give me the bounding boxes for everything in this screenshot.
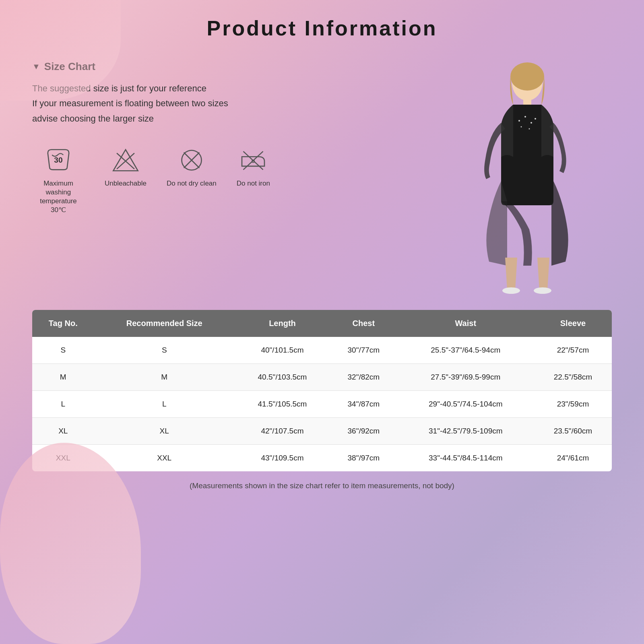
table-cell-r3-c5: 23.5"/60cm	[534, 418, 612, 445]
table-cell-r0-c3: 30"/77cm	[330, 337, 397, 364]
table-cell-r1-c0: M	[32, 364, 94, 391]
table-row: MM40.5"/103.5cm32"/82cm27.5"-39"/69.5-99…	[32, 364, 612, 391]
table-cell-r1-c2: 40.5"/103.5cm	[235, 364, 330, 391]
left-content: ▼ Size Chart The suggested size is just …	[32, 60, 443, 294]
table-cell-r4-c2: 43"/109.5cm	[235, 445, 330, 472]
no-dry-clean-icon	[178, 146, 206, 174]
svg-point-14	[524, 116, 526, 118]
table-cell-r0-c1: S	[94, 337, 235, 364]
svg-point-17	[521, 126, 522, 128]
table-cell-r1-c1: M	[94, 364, 235, 391]
size-chart-line2: If your measurement is floating between …	[32, 96, 427, 111]
col-header-length: Length	[235, 310, 330, 337]
bleach-label: Unbleachable	[105, 179, 147, 188]
table-row: XXLXXL43"/109.5cm38"/97cm33"-44.5"/84.5-…	[32, 445, 612, 472]
no-iron-icon	[239, 146, 267, 174]
table-cell-r4-c3: 38"/97cm	[330, 445, 397, 472]
svg-point-20	[534, 287, 551, 294]
table-cell-r3-c4: 31"-42.5"/79.5-109cm	[397, 418, 534, 445]
care-item-wash: 30 Maximum washing temperature 30℃	[32, 146, 85, 215]
table-row: XLXL42"/107.5cm36"/92cm31"-42.5"/79.5-10…	[32, 418, 612, 445]
table-cell-r2-c3: 34"/87cm	[330, 391, 397, 418]
table-cell-r0-c5: 22"/57cm	[534, 337, 612, 364]
col-header-tag: Tag No.	[32, 310, 94, 337]
iron-label: Do not iron	[237, 179, 270, 188]
col-header-waist: Waist	[397, 310, 534, 337]
svg-text:30: 30	[54, 156, 62, 164]
care-icons: 30 Maximum washing temperature 30℃ Unble…	[32, 146, 427, 215]
model-image	[451, 60, 604, 294]
table-cell-r4-c1: XXL	[94, 445, 235, 472]
no-bleach-icon	[111, 146, 140, 174]
table-cell-r2-c4: 29"-40.5"/74.5-104cm	[397, 391, 534, 418]
care-item-dry-clean: Do not dry clean	[167, 146, 217, 188]
svg-point-19	[502, 287, 520, 294]
table-cell-r2-c5: 23"/59cm	[534, 391, 612, 418]
size-table: Tag No. Recommended Size Length Chest Wa…	[32, 310, 612, 471]
model-figure	[451, 60, 604, 294]
table-cell-r1-c5: 22.5"/58cm	[534, 364, 612, 391]
right-model	[443, 60, 612, 294]
svg-point-11	[510, 62, 544, 91]
col-header-sleeve: Sleeve	[534, 310, 612, 337]
svg-point-16	[535, 118, 536, 120]
table-cell-r0-c0: S	[32, 337, 94, 364]
care-item-bleach: Unbleachable	[105, 146, 147, 188]
table-cell-r3-c3: 36"/92cm	[330, 418, 397, 445]
table-row: LL41.5"/105.5cm34"/87cm29"-40.5"/74.5-10…	[32, 391, 612, 418]
table-cell-r4-c4: 33"-44.5"/84.5-114cm	[397, 445, 534, 472]
svg-point-13	[518, 120, 520, 122]
table-cell-r3-c0: XL	[32, 418, 94, 445]
table-cell-r2-c0: L	[32, 391, 94, 418]
table-cell-r2-c2: 41.5"/105.5cm	[235, 391, 330, 418]
svg-marker-1	[113, 150, 138, 171]
table-cell-r1-c4: 27.5"-39"/69.5-99cm	[397, 364, 534, 391]
table-row: SS40"/101.5cm30"/77cm25.5"-37"/64.5-94cm…	[32, 337, 612, 364]
dry-clean-label: Do not dry clean	[167, 179, 217, 188]
col-header-chest: Chest	[330, 310, 397, 337]
wash-icon: 30	[44, 146, 72, 174]
wash-label: Maximum washing temperature 30℃	[32, 179, 85, 215]
table-cell-r3-c2: 42"/107.5cm	[235, 418, 330, 445]
svg-point-15	[530, 122, 532, 124]
table-cell-r1-c3: 32"/82cm	[330, 364, 397, 391]
care-item-iron: Do not iron	[237, 146, 270, 188]
table-section: Tag No. Recommended Size Length Chest Wa…	[32, 310, 612, 490]
table-cell-r3-c1: XL	[94, 418, 235, 445]
table-cell-r4-c5: 24"/61cm	[534, 445, 612, 472]
table-header-row: Tag No. Recommended Size Length Chest Wa…	[32, 310, 612, 337]
page-wrapper: Product Information ▼ Size Chart The sug…	[0, 0, 644, 644]
size-chart-line3: advise choosing the larger size	[32, 111, 427, 126]
table-cell-r2-c1: L	[94, 391, 235, 418]
table-cell-r0-c2: 40"/101.5cm	[235, 337, 330, 364]
col-header-rec-size: Recommended Size	[94, 310, 235, 337]
top-section: ▼ Size Chart The suggested size is just …	[32, 60, 612, 294]
svg-point-18	[529, 128, 530, 130]
table-cell-r0-c4: 25.5"-37"/64.5-94cm	[397, 337, 534, 364]
